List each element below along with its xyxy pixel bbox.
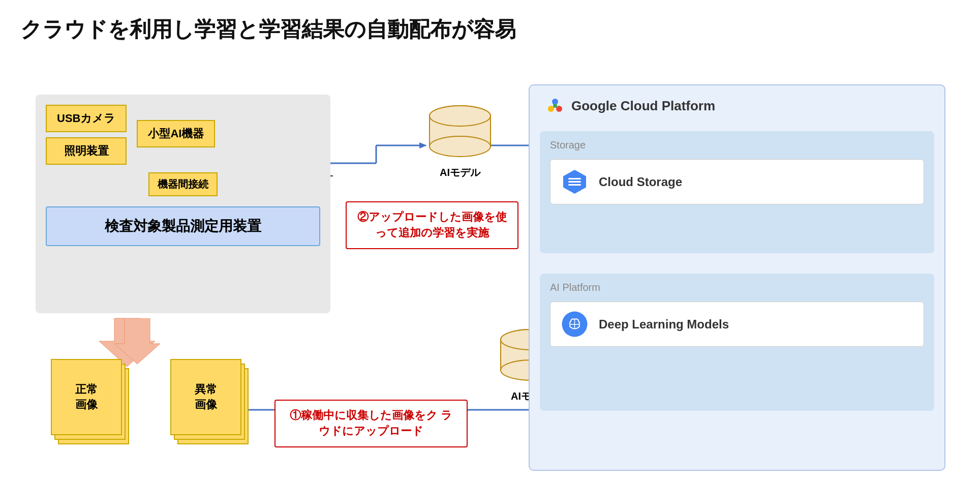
gcp-platform-title: Google Cloud Platform <box>571 98 715 114</box>
normal-image-box: 正常 画像 <box>51 359 122 435</box>
svg-point-26 <box>430 136 491 157</box>
ai-model-top-cylinder: AIモデル <box>427 105 493 179</box>
down-arrow <box>114 318 160 366</box>
annotation-box-2: ②アップロードした画像を使 って追加の学習を実施 <box>346 201 518 249</box>
svg-rect-38 <box>568 181 581 183</box>
connection-box: 機器間接続 <box>148 172 218 196</box>
ai-platform-section: AI Platform Deep Learning Models <box>540 274 934 411</box>
storage-section: Storage Cloud Storage <box>540 131 934 253</box>
svg-point-34 <box>548 106 554 112</box>
svg-rect-39 <box>568 184 581 186</box>
gcp-header: Google Cloud Platform <box>545 96 929 116</box>
deep-learning-icon <box>561 310 589 338</box>
device-box: USBカメラ 照明装置 小型AI機器 機器間接続 検査対象製品測定用装置 <box>36 95 330 313</box>
abnormal-image-box: 異常 画像 <box>170 359 241 435</box>
deep-learning-row: Deep Learning Models <box>550 302 924 347</box>
inspection-device-label: 検査対象製品測定用装置 <box>46 206 320 246</box>
small-ai-box: 小型AI機器 <box>137 120 215 147</box>
cloud-storage-icon <box>561 168 589 196</box>
cloud-storage-row: Cloud Storage <box>550 159 924 204</box>
ai-platform-label: AI Platform <box>550 282 924 293</box>
image-boxes-area: 正常 画像 異常 画像 <box>51 359 274 453</box>
annotation-box-1: ①稼働中に収集した画像をク ラウドにアップロード <box>274 400 468 447</box>
svg-point-33 <box>556 106 562 112</box>
gcp-logo-icon <box>545 96 565 116</box>
svg-point-35 <box>553 104 557 108</box>
ai-model-top-label: AIモデル <box>427 166 493 179</box>
usb-camera-box: USBカメラ <box>46 105 127 132</box>
gcp-panel: Google Cloud Platform Storage Cloud Stor… <box>529 84 945 471</box>
svg-marker-43 <box>114 318 160 364</box>
storage-section-label: Storage <box>550 139 924 151</box>
svg-point-27 <box>430 106 491 126</box>
svg-marker-3 <box>419 142 427 148</box>
page-title: クラウドを利用し学習と学習結果の自動配布が容易 <box>20 15 960 44</box>
svg-rect-37 <box>568 178 581 179</box>
deep-learning-label: Deep Learning Models <box>599 317 729 332</box>
lighting-box: 照明装置 <box>46 137 127 165</box>
cloud-storage-label: Cloud Storage <box>599 175 682 189</box>
